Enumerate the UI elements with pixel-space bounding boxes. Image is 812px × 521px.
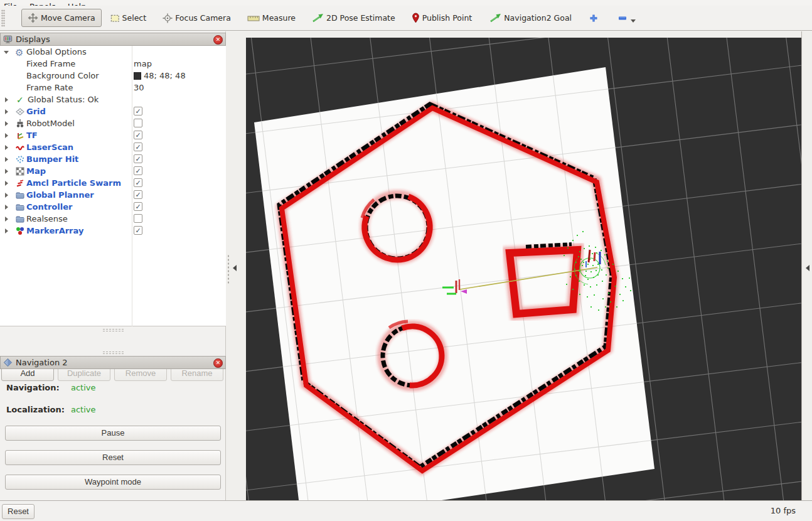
display-checkbox[interactable]: ✓	[134, 154, 142, 163]
menu-bar: File Panels Help	[0, 0, 812, 6]
folder-icon	[15, 190, 25, 200]
focus-camera-button[interactable]: Focus Camera	[163, 13, 231, 23]
display-checkbox[interactable]: ✓	[134, 166, 142, 175]
display-checkbox[interactable]: ✓	[134, 226, 142, 235]
tree-row-amcl[interactable]: Amcl Particle Swarm ✓	[0, 177, 226, 189]
publish-point-button[interactable]: Publish Point	[412, 13, 473, 23]
displays-tree: Global Options Fixed Frame map Backgroun…	[0, 46, 226, 326]
select-button[interactable]: Select	[110, 13, 147, 23]
tree-row-bumper-hit[interactable]: Bumper Hit ✓	[0, 153, 226, 165]
expand-arrow-icon[interactable]	[5, 121, 8, 126]
expand-arrow-icon[interactable]	[5, 181, 8, 186]
nav2-diamond-icon	[3, 358, 13, 367]
expand-arrow-icon[interactable]	[5, 228, 8, 234]
collapse-arrow-icon[interactable]	[4, 51, 9, 54]
folder-icon	[15, 214, 25, 224]
nav-goal-button[interactable]: Navigation2 Goal	[489, 13, 572, 23]
pose-estimate-label: 2D Pose Estimate	[326, 13, 395, 23]
tree-row-laserscan[interactable]: LaserScan ✓	[0, 141, 226, 153]
reset-button[interactable]: Reset	[5, 450, 221, 465]
expand-arrow-icon[interactable]	[5, 193, 8, 198]
pause-button[interactable]: Pause	[5, 426, 221, 441]
display-checkbox[interactable]: ✓	[134, 107, 142, 115]
expand-arrow-icon[interactable]	[5, 133, 8, 138]
robot-icon	[15, 119, 25, 129]
waypoint-mode-button[interactable]: Waypoint mode	[5, 475, 221, 490]
close-icon[interactable]: ✕	[213, 358, 223, 368]
display-checkbox[interactable]	[134, 214, 142, 223]
focus-camera-label: Focus Camera	[175, 13, 231, 23]
toolbar-drag-handle[interactable]	[1, 9, 5, 27]
tree-row-robotmodel[interactable]: RobotModel	[0, 117, 226, 129]
right-collapsed-panel-strip	[801, 31, 812, 500]
folder-icon	[15, 202, 25, 212]
splitter-handle[interactable]	[227, 254, 230, 284]
goal-arrow-icon	[489, 13, 501, 23]
collapse-panel-arrow-icon[interactable]	[233, 265, 237, 271]
remove-tool-button[interactable]	[618, 16, 629, 20]
expand-arrow-icon[interactable]	[5, 97, 8, 102]
tree-row-grid[interactable]: Grid ✓	[0, 105, 226, 117]
display-checkbox[interactable]: ✓	[134, 190, 142, 199]
measure-button[interactable]: Measure	[247, 13, 296, 23]
tree-row-global-status[interactable]: Global Status: Ok	[0, 94, 226, 105]
display-checkbox[interactable]	[134, 119, 142, 127]
tree-row-global-planner[interactable]: Global Planner ✓	[0, 189, 226, 201]
add-tool-button[interactable]	[589, 14, 601, 23]
publish-point-label: Publish Point	[422, 13, 473, 23]
tree-row-global-options[interactable]: Global Options	[0, 46, 226, 58]
background-color-value[interactable]: 48; 48; 48	[134, 71, 186, 80]
displays-panel-header[interactable]: Displays ✕	[0, 33, 226, 46]
expand-arrow-icon[interactable]	[5, 145, 8, 150]
occupancy-map	[254, 67, 654, 500]
splitter-handle[interactable]	[102, 328, 124, 332]
collapse-panel-arrow-icon[interactable]	[806, 265, 809, 271]
nav2-panel-header[interactable]: Navigation 2 ✕	[0, 356, 226, 369]
move-camera-label: Move Camera	[41, 13, 95, 23]
display-checkbox[interactable]: ✓	[134, 202, 142, 211]
tree-row-markerarray[interactable]: MarkerArray ✓	[0, 225, 226, 237]
tree-row-tf[interactable]: TF ✓	[0, 129, 226, 141]
left-panel: Displays ✕ Global Options Fixed Frame ma…	[0, 31, 226, 500]
tree-row-frame-rate[interactable]: Frame Rate 30	[0, 82, 226, 94]
fixed-frame-value[interactable]: map	[134, 59, 152, 68]
tree-row-map[interactable]: Map ✓	[0, 165, 226, 177]
dropdown-caret-icon[interactable]	[631, 19, 636, 23]
expand-arrow-icon[interactable]	[5, 217, 8, 222]
viewport-area	[226, 31, 801, 500]
close-icon[interactable]: ✕	[213, 35, 223, 45]
displays-panel-title: Displays	[16, 35, 50, 44]
expand-arrow-icon[interactable]	[5, 169, 8, 174]
bumper-icon	[15, 154, 25, 164]
focus-camera-icon	[163, 13, 173, 23]
rviz-3d-viewport[interactable]	[246, 38, 801, 500]
tree-row-fixed-frame[interactable]: Fixed Frame map	[0, 58, 226, 70]
tf-icon	[15, 131, 25, 141]
display-checkbox[interactable]: ✓	[134, 142, 142, 151]
display-checkbox[interactable]: ✓	[134, 131, 142, 139]
localization-status-value: active	[71, 405, 96, 414]
display-checkbox[interactable]: ✓	[134, 178, 142, 187]
plus-icon	[589, 14, 598, 23]
fps-counter: 10 fps	[771, 506, 796, 515]
nav2-panel-body: Navigation: active Localization: active …	[0, 370, 226, 500]
measure-icon	[247, 14, 260, 23]
expand-arrow-icon[interactable]	[5, 109, 8, 114]
tree-row-controller[interactable]: Controller ✓	[0, 201, 226, 213]
move-camera-button[interactable]: Move Camera	[21, 9, 102, 27]
frame-rate-value[interactable]: 30	[134, 83, 144, 92]
tree-row-realsense[interactable]: Realsense	[0, 213, 226, 225]
select-label: Select	[122, 13, 147, 23]
toolbar: Move Camera Select Focus Camera Measure …	[0, 6, 812, 31]
localization-status-label: Localization:	[6, 405, 65, 414]
status-ok-icon	[16, 95, 26, 105]
splitter-handle[interactable]	[102, 351, 124, 355]
pose-estimate-button[interactable]: 2D Pose Estimate	[312, 13, 395, 23]
pin-icon	[412, 13, 420, 23]
expand-arrow-icon[interactable]	[5, 157, 8, 162]
measure-label: Measure	[262, 13, 296, 23]
tree-row-background-color[interactable]: Background Color 48; 48; 48	[0, 70, 226, 82]
expand-arrow-icon[interactable]	[5, 205, 8, 210]
time-reset-button[interactable]: Reset	[2, 504, 35, 519]
pose-arrow-icon	[312, 13, 324, 23]
